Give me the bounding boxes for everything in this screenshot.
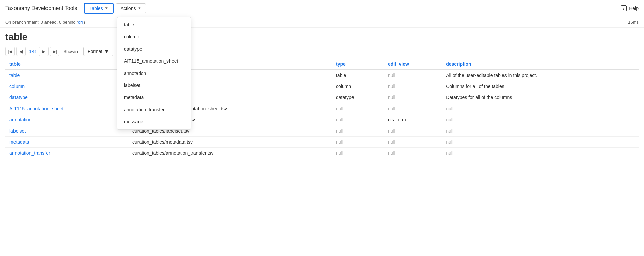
cell-table-6[interactable]: metadata bbox=[5, 137, 128, 148]
cell-table-7[interactable]: annotation_transfer bbox=[5, 148, 128, 159]
actions-label: Actions bbox=[121, 6, 136, 11]
cell-table-3[interactable]: AIT115_annotation_sheet bbox=[5, 103, 128, 114]
cell-edit-view-5: null bbox=[384, 125, 442, 137]
prev-page-button[interactable]: ◀ bbox=[16, 47, 26, 56]
format-label: Format bbox=[88, 49, 102, 54]
cell-description-0: All of the user-editable tables in this … bbox=[442, 70, 639, 81]
tables-chevron-icon: ▼ bbox=[105, 6, 108, 10]
cell-edit-view-2: null bbox=[384, 92, 442, 103]
cell-description-7: null bbox=[442, 148, 639, 159]
last-page-button[interactable]: ▶| bbox=[50, 47, 59, 56]
cell-description-5: null bbox=[442, 125, 639, 137]
table-row: table src table null All of the user-edi… bbox=[5, 70, 639, 81]
cell-type-6: null bbox=[332, 137, 384, 148]
navbar: Taxonomy Development Tools Tables ▼ Acti… bbox=[0, 0, 644, 17]
dropdown-item-metadata[interactable]: metadata bbox=[117, 91, 191, 104]
cell-description-6: null bbox=[442, 137, 639, 148]
first-page-button[interactable]: |◀ bbox=[5, 47, 15, 56]
cell-type-5: null bbox=[332, 125, 384, 137]
cell-table-2[interactable]: datatype bbox=[5, 92, 128, 103]
dropdown-item-table[interactable]: table bbox=[117, 19, 191, 31]
cell-description-2: Datatypes for all of the columns bbox=[442, 92, 639, 103]
col-header-type[interactable]: type bbox=[332, 59, 384, 70]
cell-type-1: column bbox=[332, 81, 384, 92]
cell-table-4[interactable]: annotation bbox=[5, 114, 128, 125]
help-label: Help bbox=[629, 6, 639, 11]
cell-table-1[interactable]: column bbox=[5, 81, 128, 92]
table-row: labelset curation_tables/labelset.tsv nu… bbox=[5, 125, 639, 137]
app-title: Taxonomy Development Tools bbox=[5, 5, 77, 11]
table-row: datatype src datatype null Datatypes for… bbox=[5, 92, 639, 103]
cell-type-0: table bbox=[332, 70, 384, 81]
cell-table-5[interactable]: labelset bbox=[5, 125, 128, 137]
page-range: 1-8 bbox=[27, 49, 38, 54]
format-button[interactable]: Format ▼ bbox=[83, 47, 113, 56]
actions-menu-button[interactable]: Actions ▼ bbox=[116, 3, 146, 13]
cell-type-7: null bbox=[332, 148, 384, 159]
tables-label: Tables bbox=[89, 6, 103, 11]
col-header-description[interactable]: description bbox=[442, 59, 639, 70]
dropdown-item-annotation_transfer[interactable]: annotation_transfer bbox=[117, 104, 191, 116]
cell-path-7: curation_tables/annotation_transfer.tsv bbox=[128, 148, 332, 159]
table-row: annotation curation_tables/annotation.ts… bbox=[5, 114, 639, 125]
dropdown-item-column[interactable]: column bbox=[117, 31, 191, 43]
cell-type-4: null bbox=[332, 114, 384, 125]
col-header-edit-view[interactable]: edit_view bbox=[384, 59, 442, 70]
col-header-table[interactable]: table bbox=[5, 59, 128, 70]
branch-link[interactable]: ori bbox=[78, 20, 83, 25]
cell-edit-view-1: null bbox=[384, 81, 442, 92]
branch-info: On branch 'main': 0 ahead, 0 behind 'ori… bbox=[0, 17, 644, 28]
cell-path-6: curation_tables/metadata.tsv bbox=[128, 137, 332, 148]
table-container: table pa type edit_view description tabl… bbox=[0, 59, 644, 159]
cell-table-0[interactable]: table bbox=[5, 70, 128, 81]
table-row: metadata curation_tables/metadata.tsv nu… bbox=[5, 137, 639, 148]
dropdown-item-AIT115_annotation_sheet[interactable]: AIT115_annotation_sheet bbox=[117, 55, 191, 67]
dropdown-item-message[interactable]: message bbox=[117, 116, 191, 128]
cell-edit-view-4: ols_form bbox=[384, 114, 442, 125]
cell-edit-view-0: null bbox=[384, 70, 442, 81]
cell-edit-view-3: null bbox=[384, 103, 442, 114]
table-row: AIT115_annotation_sheet curation_tables/… bbox=[5, 103, 639, 114]
cell-description-1: Columns for all of the tables. bbox=[442, 81, 639, 92]
page-title: table bbox=[0, 28, 644, 44]
cell-type-2: datatype bbox=[332, 92, 384, 103]
pagination-bar: |◀ ◀ 1-8 ▶ ▶| Showin Format ▼ bbox=[0, 44, 644, 59]
navbar-right: i Help bbox=[621, 5, 639, 11]
showing-text: Showin bbox=[63, 49, 78, 54]
format-chevron-icon: ▼ bbox=[104, 49, 109, 54]
table-header-row: table pa type edit_view description bbox=[5, 59, 639, 70]
info-icon: i bbox=[621, 5, 627, 11]
table-row: annotation_transfer curation_tables/anno… bbox=[5, 148, 639, 159]
tables-dropdown-menu: tablecolumndatatypeAIT115_annotation_she… bbox=[117, 17, 191, 130]
timing-badge: 16ms bbox=[628, 20, 639, 25]
cell-type-3: null bbox=[332, 103, 384, 114]
dropdown-item-annotation[interactable]: annotation bbox=[117, 67, 191, 79]
table-row: column src column null Columns for all o… bbox=[5, 81, 639, 92]
cell-edit-view-6: null bbox=[384, 137, 442, 148]
next-page-button[interactable]: ▶ bbox=[39, 47, 49, 56]
dropdown-item-datatype[interactable]: datatype bbox=[117, 43, 191, 55]
main-table: table pa type edit_view description tabl… bbox=[5, 59, 639, 159]
branch-text: On branch 'main': 0 ahead, 0 behind 'ori… bbox=[5, 20, 85, 25]
tables-menu-button[interactable]: Tables ▼ bbox=[84, 3, 113, 14]
actions-chevron-icon: ▼ bbox=[137, 6, 141, 10]
cell-description-4: null bbox=[442, 114, 639, 125]
dropdown-item-labelset[interactable]: labelset bbox=[117, 79, 191, 91]
cell-description-3: null bbox=[442, 103, 639, 114]
cell-edit-view-7: null bbox=[384, 148, 442, 159]
